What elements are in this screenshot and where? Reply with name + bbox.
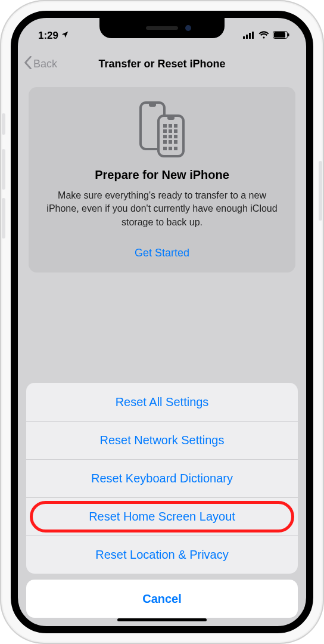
svg-rect-16 [174,129,177,133]
svg-rect-12 [169,124,172,128]
reset-options-list: Reset All Settings Reset Network Setting… [26,383,298,574]
side-button [319,161,322,221]
cellular-signal-icon [243,30,255,42]
svg-rect-14 [163,129,167,133]
action-sheet: Reset All Settings Reset Network Setting… [18,383,306,626]
svg-rect-10 [167,116,175,120]
svg-rect-24 [169,147,172,150]
back-button[interactable]: Back [24,56,57,72]
volume-up-button [2,149,5,190]
svg-rect-13 [174,124,177,128]
card-title: Prepare for New iPhone [40,168,284,182]
battery-icon [273,30,289,42]
svg-rect-5 [274,32,285,38]
navigation-bar: Back Transfer or Reset iPhone [18,50,306,78]
svg-rect-23 [163,147,167,150]
reset-keyboard-dictionary-button[interactable]: Reset Keyboard Dictionary [26,459,298,497]
content-area: Prepare for New iPhone Make sure everyth… [18,78,306,273]
svg-rect-1 [246,35,248,39]
sheet-item-label: Reset Keyboard Dictionary [91,472,233,485]
svg-rect-18 [169,135,172,138]
card-description: Make sure everything's ready to transfer… [40,189,284,229]
svg-rect-22 [174,140,177,144]
svg-rect-3 [252,32,254,39]
reset-home-screen-layout-button[interactable]: Reset Home Screen Layout [26,497,298,535]
svg-rect-2 [249,33,251,39]
back-label: Back [33,58,57,70]
svg-rect-25 [174,147,177,150]
svg-rect-17 [163,135,167,138]
reset-location-privacy-button[interactable]: Reset Location & Privacy [26,535,298,574]
svg-rect-8 [149,103,156,107]
reset-network-settings-button[interactable]: Reset Network Settings [26,421,298,459]
svg-rect-0 [243,36,245,39]
location-arrow-icon [61,30,69,42]
home-indicator[interactable] [117,618,207,621]
sheet-item-label: Reset Location & Privacy [95,548,228,562]
wifi-icon [258,30,269,42]
page-title: Transfer or Reset iPhone [18,58,306,70]
svg-rect-20 [163,140,167,144]
svg-rect-19 [174,135,177,138]
volume-down-button [2,198,5,239]
reset-all-settings-button[interactable]: Reset All Settings [26,383,298,421]
mute-switch [2,113,5,135]
cancel-button[interactable]: Cancel [26,580,298,618]
phone-transfer-icon [40,100,284,159]
sheet-item-label: Reset Network Settings [100,434,225,447]
svg-rect-6 [288,33,289,36]
phone-frame: 1:29 [0,0,324,644]
sheet-item-label: Reset All Settings [116,395,209,409]
prepare-card: Prepare for New iPhone Make sure everyth… [29,87,295,273]
sheet-item-label: Reset Home Screen Layout [89,510,235,524]
status-time: 1:29 [38,30,58,42]
chevron-left-icon [24,56,32,72]
screen: 1:29 [11,11,313,633]
svg-rect-15 [169,129,172,133]
cancel-label: Cancel [142,592,182,606]
svg-rect-21 [169,140,172,144]
get-started-button[interactable]: Get Started [40,247,284,259]
notch [99,18,225,38]
svg-rect-11 [163,124,167,128]
